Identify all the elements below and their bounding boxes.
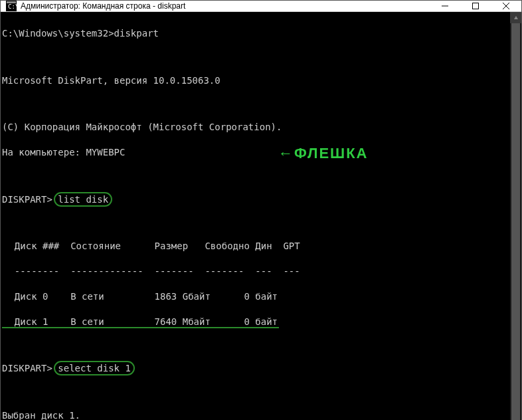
terminal[interactable]: C:\Windows\system32>diskpart Microsoft D… — [1, 12, 510, 420]
terminal-line: На компьютере: MYWEBPC — [2, 146, 507, 159]
blank-line — [2, 99, 507, 108]
scrollbar-thumb[interactable] — [511, 23, 520, 420]
table-row: Диск 1 В сети 7640 Mбайт 0 байт — [3, 316, 507, 328]
blank-line — [2, 52, 507, 62]
table-row-flash: Диск 1 В сети 7640 Mбайт 0 байт — [3, 316, 278, 327]
content-wrapper: C:\Windows\system32>diskpart Microsoft D… — [1, 12, 521, 420]
prompt-line: DISKPART> list disk — [2, 193, 507, 206]
prompt: DISKPART> — [2, 194, 58, 205]
cmd-icon: C:\ — [6, 1, 17, 11]
window: C:\ Администратор: Командная строка - di… — [0, 0, 522, 420]
minimize-button[interactable] — [430, 1, 460, 11]
svg-marker-7 — [514, 16, 518, 19]
window-title: Администратор: Командная строка - diskpa… — [21, 1, 185, 11]
titlebar-controls — [430, 1, 521, 11]
prompt: DISKPART> — [2, 363, 58, 373]
prompt-line: DISKPART> select disk 1 — [2, 362, 507, 375]
blank-line — [2, 218, 507, 227]
terminal-line: C:\Windows\system32>diskpart — [2, 27, 507, 40]
blank-line — [2, 387, 507, 397]
titlebar[interactable]: C:\ Администратор: Командная строка - di… — [1, 1, 521, 12]
scrollbar[interactable] — [510, 12, 521, 420]
terminal-line: Выбран диск 1. — [2, 409, 507, 420]
scrollbar-up-button[interactable] — [510, 12, 521, 23]
table-header: Диск ### Состояние Размер Свободно Дин G… — [3, 240, 507, 253]
blank-line — [2, 171, 507, 181]
command-list-disk: list disk — [58, 194, 108, 205]
terminal-line: Microsoft DiskPart, версия 10.0.15063.0 — [2, 74, 507, 87]
table-row: Диск 0 В сети 1863 Gбайт 0 байт — [3, 290, 507, 303]
maximize-button[interactable] — [460, 1, 491, 11]
svg-rect-4 — [473, 3, 479, 9]
blank-line — [2, 340, 507, 350]
close-button[interactable] — [491, 1, 521, 11]
command-select-disk: select disk 1 — [58, 363, 131, 373]
terminal-line: (C) Корпорация Майкрософт (Microsoft Cor… — [2, 121, 507, 134]
svg-text:C:\: C:\ — [8, 3, 17, 10]
table-separator: -------- ------------- ------- ------- -… — [3, 265, 507, 278]
scrollbar-track[interactable] — [510, 23, 521, 420]
titlebar-left: C:\ Администратор: Командная строка - di… — [1, 1, 185, 11]
